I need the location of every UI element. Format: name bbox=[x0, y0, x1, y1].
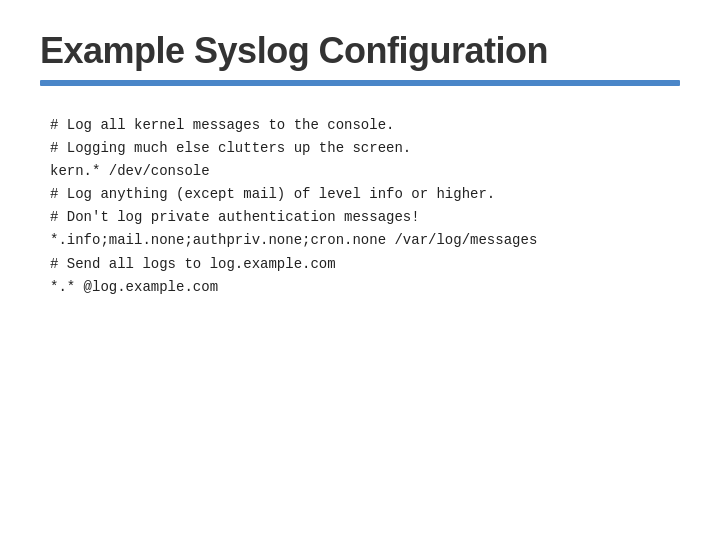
slide-title: Example Syslog Configuration bbox=[40, 30, 680, 72]
code-block: # Log all kernel messages to the console… bbox=[40, 114, 680, 299]
title-area: Example Syslog Configuration bbox=[40, 30, 680, 72]
accent-bar bbox=[40, 80, 680, 86]
slide-container: Example Syslog Configuration # Log all k… bbox=[0, 0, 720, 540]
